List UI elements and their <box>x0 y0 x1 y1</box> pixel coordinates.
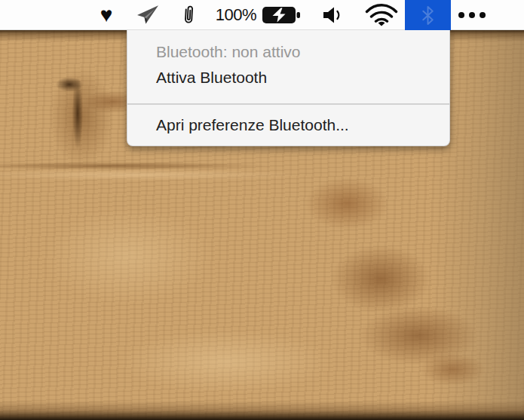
battery-charging-icon[interactable] <box>261 0 302 30</box>
volume-icon[interactable] <box>320 0 346 30</box>
wifi-icon[interactable] <box>363 0 400 30</box>
bluetooth-dropdown-menu: Bluetooth: non attivo Attiva Bluetooth A… <box>127 30 450 146</box>
heart-icon[interactable]: ♥ <box>93 0 119 30</box>
bluetooth-status-label: Bluetooth: non attivo <box>127 39 449 65</box>
bluetooth-icon[interactable] <box>405 0 451 30</box>
menu-item-enable-bluetooth[interactable]: Attiva Bluetooth <box>127 65 449 90</box>
menu-item-open-bluetooth-preferences[interactable]: Apri preferenze Bluetooth... <box>127 112 449 138</box>
menu-separator <box>127 103 449 105</box>
menu-bar: ♥ 100% <box>0 0 524 30</box>
battery-percentage: 100% <box>214 0 258 30</box>
paperclip-icon[interactable] <box>179 0 198 30</box>
telegram-icon[interactable] <box>134 0 161 30</box>
overflow-ellipsis-icon[interactable] <box>455 0 489 30</box>
desktop-screen: ♥ 100% <box>0 0 524 420</box>
